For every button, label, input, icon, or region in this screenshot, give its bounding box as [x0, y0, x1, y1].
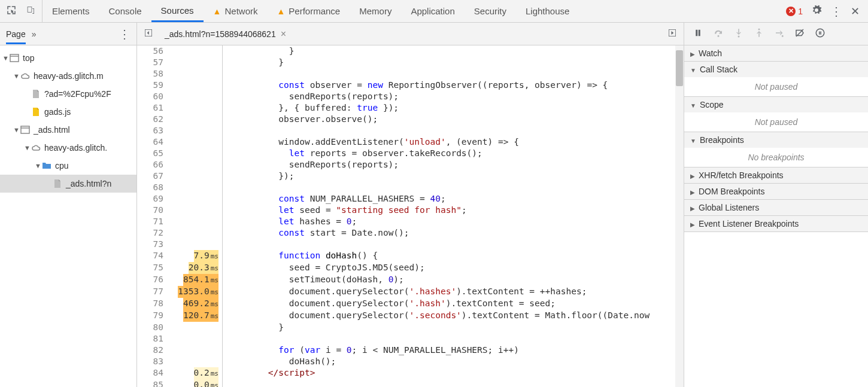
tab-application[interactable]: Application [401, 0, 464, 22]
device-icon[interactable] [25, 5, 36, 17]
code-line[interactable]: document.querySelector('.hashes').textCo… [222, 286, 684, 298]
pause-icon[interactable] [693, 28, 703, 40]
code-line[interactable]: } [222, 57, 684, 68]
line-number[interactable]: 67 [137, 170, 168, 182]
tree-item[interactable]: ▼heavy-ads.glitch. [0, 139, 136, 157]
code-line[interactable]: seed = CryptoJS.MD5(seed); [222, 262, 684, 274]
line-number[interactable]: 59 [137, 80, 168, 91]
code-line[interactable]: sendReports(reports); [222, 159, 684, 170]
code-line[interactable]: </script> [222, 367, 684, 379]
line-number[interactable]: 71 [137, 216, 168, 227]
tree-item[interactable]: ▼cpu [0, 157, 136, 175]
code-line[interactable]: let hashes = 0; [222, 216, 684, 227]
error-count-badge[interactable]: ✕1 [786, 7, 803, 16]
code-line[interactable]: document.querySelector('.seconds').textC… [222, 310, 684, 322]
tab-memory[interactable]: Memory [350, 0, 401, 22]
nav-forward-icon[interactable] [667, 28, 678, 40]
line-number[interactable]: 57 [137, 57, 168, 68]
line-number[interactable]: 84 [137, 367, 168, 379]
tab-lighthouse[interactable]: Lighthouse [516, 0, 579, 22]
line-number[interactable]: 70 [137, 205, 168, 216]
tree-item[interactable]: ▼_ads.html [0, 121, 136, 139]
line-number[interactable]: 63 [137, 125, 168, 136]
code-line[interactable]: } [222, 322, 684, 333]
navigator-more-tabs-icon[interactable]: » [32, 29, 37, 39]
tree-item[interactable]: gads.js [0, 103, 136, 121]
line-number[interactable]: 80 [137, 322, 168, 333]
tab-elements[interactable]: Elements [43, 0, 99, 22]
code-line[interactable] [222, 379, 684, 387]
code-line[interactable]: let seed = "starting seed for hash"; [222, 205, 684, 216]
tree-item[interactable]: ▼heavy-ads.glitch.m [0, 67, 136, 85]
code-line[interactable] [222, 68, 684, 80]
line-number[interactable]: 78 [137, 298, 168, 310]
tree-item[interactable]: _ads.html?n [0, 175, 136, 193]
line-number[interactable]: 85 [137, 379, 168, 387]
code-line[interactable]: const observer = new ReportingObserver((… [222, 80, 684, 91]
tab-network[interactable]: ▲Network [204, 0, 268, 22]
line-number[interactable]: 73 [137, 239, 168, 250]
line-number[interactable]: 82 [137, 345, 168, 356]
code-line[interactable]: const NUM_PARALLEL_HASHERS = 40; [222, 193, 684, 205]
code-line[interactable]: function doHash() { [222, 250, 684, 262]
step-out-icon[interactable] [754, 28, 764, 40]
navigator-tab-page[interactable]: Page [6, 24, 26, 44]
file-tab[interactable]: _ads.html?n=1588944068621 × [160, 26, 291, 42]
debug-section-header[interactable]: Call Stack [684, 62, 868, 77]
nav-back-icon[interactable] [143, 28, 154, 40]
line-number[interactable]: 62 [137, 114, 168, 125]
debug-section-header[interactable]: XHR/fetch Breakpoints [684, 167, 868, 183]
line-number[interactable]: 83 [137, 356, 168, 367]
line-number[interactable]: 64 [137, 136, 168, 148]
line-number[interactable]: 68 [137, 182, 168, 193]
line-number[interactable]: 56 [137, 45, 168, 57]
tab-sources[interactable]: Sources [151, 0, 204, 22]
debug-section-header[interactable]: Global Listeners [684, 200, 868, 215]
close-devtools-icon[interactable]: ✕ [851, 5, 860, 18]
line-number[interactable]: 72 [137, 227, 168, 239]
debug-section-header[interactable]: Scope [684, 97, 868, 112]
code-line[interactable] [222, 239, 684, 250]
code-line[interactable]: document.querySelector('.hash').textCont… [222, 298, 684, 310]
code-line[interactable] [222, 125, 684, 136]
step-over-icon[interactable] [713, 28, 724, 40]
code-line[interactable]: sendReports(reports); [222, 91, 684, 102]
close-icon[interactable]: × [281, 29, 286, 39]
debug-section-header[interactable]: DOM Breakpoints [684, 184, 868, 199]
editor-scrollbar[interactable] [675, 45, 684, 387]
line-number[interactable]: 75 [137, 262, 168, 274]
code-line[interactable]: window.addEventListener('unload', (event… [222, 136, 684, 148]
line-number[interactable]: 61 [137, 102, 168, 114]
tree-item[interactable]: ▼top [0, 49, 136, 67]
tree-item[interactable]: ?ad=%2Fcpu%2F [0, 85, 136, 103]
code-line[interactable]: doHash(); [222, 356, 684, 367]
debug-section-header[interactable]: Event Listener Breakpoints [684, 216, 868, 231]
more-icon[interactable]: ⋮ [830, 4, 842, 19]
tab-console[interactable]: Console [99, 0, 151, 22]
code-line[interactable]: observer.observe(); [222, 114, 684, 125]
step-icon[interactable] [774, 28, 785, 40]
debug-section-header[interactable]: Watch [684, 45, 868, 61]
line-number[interactable]: 69 [137, 193, 168, 205]
code-line[interactable]: }); [222, 170, 684, 182]
settings-icon[interactable] [811, 5, 822, 17]
code-line[interactable]: for (var i = 0; i < NUM_PARALLEL_HASHERS… [222, 345, 684, 356]
navigator-menu-icon[interactable]: ⋮ [119, 27, 130, 41]
line-number[interactable]: 81 [137, 333, 168, 345]
code-line[interactable]: } [222, 45, 684, 57]
code-line[interactable]: setTimeout(doHash, 0); [222, 274, 684, 286]
debug-section-header[interactable]: Breakpoints [684, 132, 868, 148]
pause-exceptions-icon[interactable] [815, 28, 825, 40]
tab-performance[interactable]: ▲Performance [267, 0, 350, 22]
line-number[interactable]: 77 [137, 286, 168, 298]
code-line[interactable]: const start = Date.now(); [222, 227, 684, 239]
line-number[interactable]: 76 [137, 274, 168, 286]
tab-security[interactable]: Security [465, 0, 516, 22]
line-number[interactable]: 66 [137, 159, 168, 170]
code-line[interactable] [222, 333, 684, 345]
line-number[interactable]: 58 [137, 68, 168, 80]
line-number[interactable]: 65 [137, 148, 168, 159]
deactivate-breakpoints-icon[interactable] [794, 28, 805, 40]
inspect-icon[interactable] [6, 5, 17, 17]
code-line[interactable]: }, { buffered: true }); [222, 102, 684, 114]
